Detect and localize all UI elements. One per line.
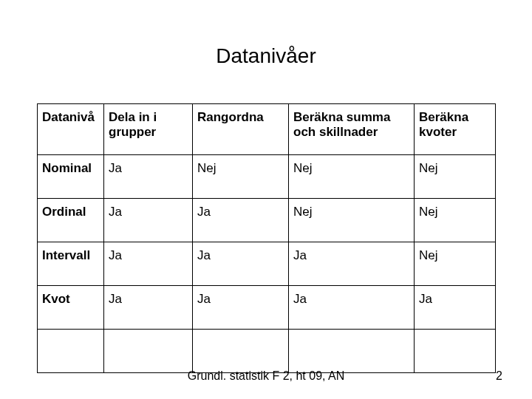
datalevels-table: Datanivå Dela in i grupper Rangordna Ber… [37,103,496,373]
cell: Nej [289,155,415,199]
cell: Ja [104,286,193,330]
cell: Ja [104,155,193,199]
col-header-rank: Rangordna [193,104,289,155]
cell: Nej [289,199,415,242]
col-header-group: Dela in i grupper [104,104,193,155]
cell: Ja [193,242,289,286]
cell: Nej [415,242,496,286]
table-row: Intervall Ja Ja Ja Nej [38,242,496,286]
cell: Ja [415,286,496,330]
cell [289,330,415,373]
cell: Nej [415,155,496,199]
table-row [38,330,496,373]
table-header-row: Datanivå Dela in i grupper Rangordna Ber… [38,104,496,155]
footer-page-number: 2 [496,369,502,383]
row-header [38,330,104,373]
cell: Ja [289,242,415,286]
row-header: Nominal [38,155,104,199]
cell [193,330,289,373]
cell: Ja [104,199,193,242]
row-header: Kvot [38,286,104,330]
footer-credit: Grundl. statistik F 2, ht 09, AN [0,369,532,383]
cell: Nej [193,155,289,199]
cell [415,330,496,373]
cell: Ja [289,286,415,330]
row-header: Ordinal [38,199,104,242]
table-row: Nominal Ja Nej Nej Nej [38,155,496,199]
col-header-level: Datanivå [38,104,104,155]
cell: Nej [415,199,496,242]
table-row: Kvot Ja Ja Ja Ja [38,286,496,330]
cell: Ja [193,199,289,242]
cell [104,330,193,373]
col-header-sumdiff: Beräkna summa och skillnader [289,104,415,155]
row-header: Intervall [38,242,104,286]
cell: Ja [104,242,193,286]
table-row: Ordinal Ja Ja Nej Nej [38,199,496,242]
cell: Ja [193,286,289,330]
slide-title: Datanivåer [0,44,532,68]
slide: Datanivåer Datanivå Dela in i grupper Ra… [0,0,532,399]
col-header-quot: Beräkna kvoter [415,104,496,155]
